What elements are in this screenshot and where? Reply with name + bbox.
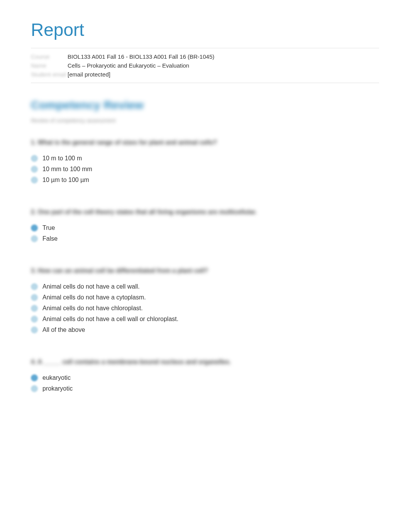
radio-icon (31, 385, 38, 392)
question-prompt: 3. How can an animal cell be differentia… (31, 267, 379, 274)
option-label: 10 m to 100 m (42, 155, 82, 162)
radio-icon (31, 326, 38, 333)
page-title: Report (31, 19, 379, 40)
option-row[interactable]: 10 mm to 100 mm (31, 164, 379, 175)
section-heading: Competency Review (31, 99, 379, 112)
option-row[interactable]: eukaryotic (31, 372, 379, 383)
option-row[interactable]: prokaryotic (31, 383, 379, 394)
option-label: False (42, 235, 58, 242)
option-row[interactable]: 10 µm to 100 µm (31, 175, 379, 185)
meta-value: BIOL133 A001 Fall 16 - BIOL133 A001 Fall… (68, 53, 214, 60)
option-label: Animal cells do not have chloroplast. (42, 305, 143, 312)
radio-icon (31, 316, 38, 323)
question-block-2: 2. One part of the cell theory states th… (31, 209, 379, 244)
radio-icon (31, 294, 38, 301)
option-row[interactable]: False (31, 233, 379, 244)
question-block-4: 4. A _____ cell contains a membrane-boun… (31, 359, 379, 394)
radio-icon (31, 283, 38, 290)
radio-icon (31, 305, 38, 312)
option-label: True (42, 224, 55, 231)
question-prompt: 4. A _____ cell contains a membrane-boun… (31, 359, 379, 365)
option-row[interactable]: Animal cells do not have chloroplast. (31, 303, 379, 314)
meta-label: Name (31, 62, 68, 69)
option-row[interactable]: All of the above (31, 325, 379, 335)
radio-icon (31, 235, 38, 242)
option-row[interactable]: True (31, 223, 379, 233)
meta-row-email: Student email [email protected] (31, 70, 379, 79)
question-block-1: 1. What is the general range of sizes fo… (31, 139, 379, 185)
option-label: All of the above (42, 326, 85, 333)
question-prompt: 2. One part of the cell theory states th… (31, 209, 379, 216)
option-label: prokaryotic (42, 385, 73, 392)
option-label: eukaryotic (42, 374, 71, 381)
section-subtext: Review of competency assessment (31, 117, 379, 124)
option-row[interactable]: Animal cells do not have a cell wall. (31, 281, 379, 292)
meta-row-course: Course BIOL133 A001 Fall 16 - BIOL133 A0… (31, 52, 379, 61)
meta-value: Cells – Prokaryotic and Eukaryotic – Eva… (68, 62, 189, 69)
meta-row-name: Name Cells – Prokaryotic and Eukaryotic … (31, 61, 379, 70)
option-row[interactable]: Animal cells do not have a cell wall or … (31, 314, 379, 325)
option-label: Animal cells do not have a cytoplasm. (42, 294, 146, 301)
question-prompt: 1. What is the general range of sizes fo… (31, 139, 379, 146)
option-label: 10 mm to 100 mm (42, 166, 92, 173)
meta-section: Course BIOL133 A001 Fall 16 - BIOL133 A0… (31, 48, 379, 83)
meta-label: Course (31, 53, 68, 60)
radio-icon (31, 224, 38, 231)
radio-icon (31, 155, 38, 162)
meta-label: Student email (31, 71, 68, 78)
option-row[interactable]: Animal cells do not have a cytoplasm. (31, 292, 379, 303)
meta-value: [email protected] (68, 71, 110, 78)
radio-icon (31, 177, 38, 184)
radio-icon (31, 374, 38, 381)
option-label: 10 µm to 100 µm (42, 177, 89, 184)
question-block-3: 3. How can an animal cell be differentia… (31, 267, 379, 335)
option-label: Animal cells do not have a cell wall or … (42, 316, 178, 323)
option-row[interactable]: 10 m to 100 m (31, 153, 379, 164)
option-label: Animal cells do not have a cell wall. (42, 283, 140, 290)
radio-icon (31, 166, 38, 173)
